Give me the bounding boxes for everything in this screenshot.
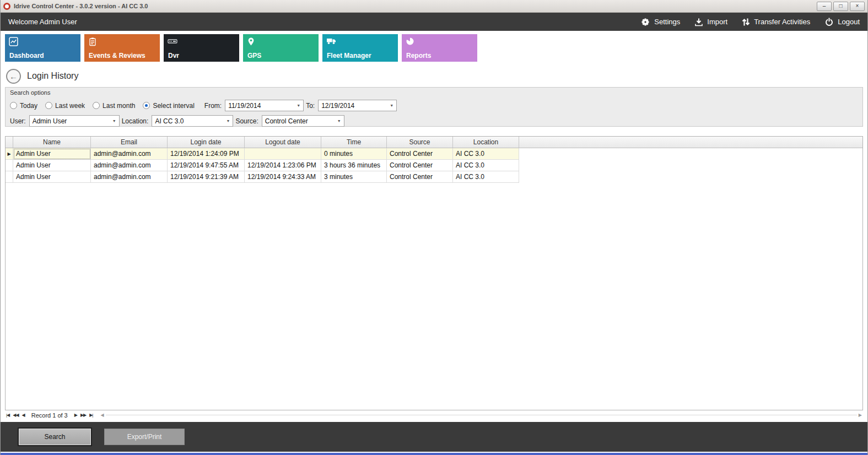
cell-time[interactable]: 3 minutes bbox=[321, 171, 387, 183]
to-date-dropdown[interactable]: 12/19/2014 ▼ bbox=[318, 100, 397, 111]
radio-select-interval[interactable]: Select interval bbox=[143, 102, 194, 110]
nav-tile-label: Dashboard bbox=[9, 52, 44, 59]
cell-logout-date[interactable]: 12/19/2014 1:23:06 PM bbox=[245, 160, 321, 171]
radio-last-month-circle[interactable] bbox=[93, 102, 100, 109]
nav-tile-reports[interactable]: Reports bbox=[402, 34, 477, 62]
chevron-down-icon[interactable]: ▼ bbox=[110, 116, 119, 126]
column-header-name[interactable]: Name bbox=[13, 137, 91, 148]
cell-name[interactable]: Admin User bbox=[13, 171, 91, 183]
column-header-time[interactable]: Time bbox=[321, 137, 387, 148]
line-chart-icon bbox=[9, 37, 18, 48]
cell-time[interactable]: 0 minutes bbox=[321, 148, 387, 160]
minimize-button[interactable]: – bbox=[817, 2, 832, 11]
logout-button[interactable]: Logout bbox=[824, 17, 860, 26]
transfer-activities-label: Transfer Activities bbox=[754, 18, 810, 26]
prev-page-button[interactable]: ◀◀ bbox=[13, 413, 18, 418]
user-dropdown[interactable]: Admin User ▼ bbox=[29, 115, 120, 127]
search-options-panel: Search options Today Last week Last mont… bbox=[5, 87, 863, 127]
column-header-email[interactable]: Email bbox=[91, 137, 168, 148]
cell-name[interactable]: Admin User bbox=[13, 160, 91, 171]
location-dropdown[interactable]: AI CC 3.0 ▼ bbox=[152, 115, 233, 127]
cell-email[interactable]: admin@admin.com bbox=[91, 160, 168, 171]
window-bottom-border bbox=[1, 453, 867, 455]
scroll-left-icon[interactable]: ◀ bbox=[100, 413, 104, 418]
source-value: Control Center bbox=[265, 117, 308, 125]
first-record-button[interactable]: |◀ bbox=[6, 413, 9, 418]
nav-tile-label: Events & Reviews bbox=[89, 52, 145, 59]
chevron-down-icon[interactable]: ▼ bbox=[335, 116, 344, 126]
grid-horizontal-scrollbar[interactable]: ◀ ▶ bbox=[100, 413, 862, 418]
close-button[interactable]: × bbox=[850, 2, 865, 11]
search-options-label: Search options bbox=[10, 89, 858, 96]
settings-label: Settings bbox=[654, 18, 680, 26]
column-header-login-date[interactable]: Login date bbox=[168, 137, 245, 148]
settings-button[interactable]: Settings bbox=[640, 17, 680, 27]
cell-login-date[interactable]: 12/19/2014 9:21:39 AM bbox=[168, 171, 245, 183]
nav-tile-dashboard[interactable]: Dashboard bbox=[5, 34, 80, 62]
cell-source[interactable]: Control Center bbox=[387, 148, 453, 160]
nav-tile-label: GPS bbox=[247, 52, 261, 59]
page-title: Login History bbox=[27, 71, 78, 81]
nav-tile-dvr[interactable]: Dvr bbox=[164, 34, 239, 62]
to-date-value: 12/19/2014 bbox=[321, 102, 354, 110]
last-record-button[interactable]: ▶| bbox=[89, 413, 93, 418]
chevron-down-icon[interactable]: ▼ bbox=[294, 100, 303, 111]
scroll-right-icon[interactable]: ▶ bbox=[859, 413, 862, 418]
radio-last-month[interactable]: Last month bbox=[93, 102, 135, 110]
cell-login-date[interactable]: 12/19/2014 9:47:55 AM bbox=[168, 160, 245, 171]
radio-last-week-circle[interactable] bbox=[45, 102, 52, 109]
cell-logout-date[interactable] bbox=[245, 148, 321, 160]
map-pin-icon bbox=[247, 37, 255, 48]
back-button[interactable]: ← bbox=[6, 69, 21, 84]
column-header-source[interactable]: Source bbox=[387, 137, 453, 148]
column-header-logout-date[interactable]: Logout date bbox=[245, 137, 321, 148]
cell-logout-date[interactable]: 12/19/2014 9:24:33 AM bbox=[245, 171, 321, 183]
table-row[interactable]: Admin User admin@admin.com 12/19/2014 9:… bbox=[6, 160, 862, 171]
import-button[interactable]: Import bbox=[694, 18, 727, 26]
pie-chart-icon bbox=[406, 37, 414, 48]
radio-last-week[interactable]: Last week bbox=[45, 102, 85, 110]
cell-email[interactable]: admin@admin.com bbox=[91, 171, 168, 183]
column-header-location[interactable]: Location bbox=[453, 137, 519, 148]
radio-today-label: Today bbox=[20, 102, 37, 110]
table-row[interactable]: Admin User admin@admin.com 12/19/2014 9:… bbox=[6, 171, 862, 183]
radio-select-interval-circle[interactable] bbox=[143, 102, 150, 109]
window-title: Idrive Control Center - 3.0.2 version - … bbox=[14, 3, 817, 9]
maximize-button[interactable]: □ bbox=[833, 2, 848, 11]
cell-name[interactable]: Admin User bbox=[13, 148, 91, 160]
radio-today-circle[interactable] bbox=[10, 102, 17, 109]
radio-last-month-label: Last month bbox=[103, 102, 135, 110]
cell-location[interactable]: AI CC 3.0 bbox=[453, 160, 519, 171]
current-row-marker-icon: ▶ bbox=[6, 151, 12, 156]
radio-select-interval-label: Select interval bbox=[153, 102, 194, 110]
source-dropdown[interactable]: Control Center ▼ bbox=[262, 115, 344, 127]
next-record-button[interactable]: ▶ bbox=[74, 413, 77, 418]
table-row[interactable]: ▶ Admin User admin@admin.com 12/19/2014 … bbox=[6, 148, 862, 160]
truck-icon bbox=[326, 37, 336, 47]
cell-email[interactable]: admin@admin.com bbox=[91, 148, 168, 160]
cell-source[interactable]: Control Center bbox=[387, 160, 453, 171]
chevron-down-icon[interactable]: ▼ bbox=[223, 116, 233, 126]
next-page-button[interactable]: ▶▶ bbox=[80, 413, 86, 418]
radio-today[interactable]: Today bbox=[10, 102, 37, 110]
user-value: Admin User bbox=[33, 117, 67, 125]
from-date-dropdown[interactable]: 11/19/2014 ▼ bbox=[225, 100, 304, 111]
to-label: To: bbox=[306, 102, 315, 110]
export-print-button[interactable]: Export/Print bbox=[104, 429, 185, 445]
login-history-grid: Name Email Login date Logout date Time S… bbox=[5, 136, 863, 410]
nav-tile-gps[interactable]: GPS bbox=[243, 34, 319, 62]
search-button[interactable]: Search bbox=[19, 429, 91, 445]
chevron-down-icon[interactable]: ▼ bbox=[387, 100, 396, 111]
cell-time[interactable]: 3 hours 36 minutes bbox=[321, 160, 387, 171]
from-label: From: bbox=[204, 102, 222, 110]
prev-record-button[interactable]: ◀ bbox=[22, 413, 25, 418]
cell-location[interactable]: AI CC 3.0 bbox=[453, 171, 519, 183]
cell-source[interactable]: Control Center bbox=[387, 171, 453, 183]
location-value: AI CC 3.0 bbox=[155, 117, 184, 125]
nav-tile-events-reviews[interactable]: Events & Reviews bbox=[84, 34, 160, 62]
scrollbar-track[interactable] bbox=[106, 414, 857, 416]
cell-login-date[interactable]: 12/19/2014 1:24:09 PM bbox=[168, 148, 245, 160]
transfer-activities-button[interactable]: Transfer Activities bbox=[742, 18, 810, 26]
nav-tile-fleet-manager[interactable]: Fleet Manager bbox=[322, 34, 398, 62]
cell-location[interactable]: AI CC 3.0 bbox=[453, 148, 519, 160]
